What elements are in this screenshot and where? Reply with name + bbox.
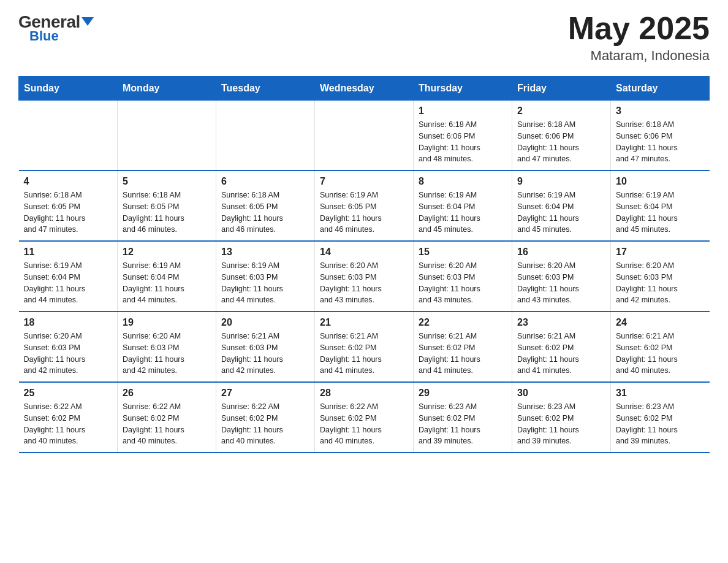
day-info: Sunrise: 6:21 AM Sunset: 6:02 PM Dayligh…	[517, 331, 605, 377]
day-number: 5	[123, 176, 211, 187]
day-info: Sunrise: 6:21 AM Sunset: 6:02 PM Dayligh…	[419, 331, 507, 377]
day-info: Sunrise: 6:20 AM Sunset: 6:03 PM Dayligh…	[517, 260, 605, 306]
day-info: Sunrise: 6:19 AM Sunset: 6:04 PM Dayligh…	[123, 260, 211, 306]
day-number: 26	[123, 388, 211, 399]
day-info: Sunrise: 6:18 AM Sunset: 6:05 PM Dayligh…	[221, 190, 309, 236]
day-info: Sunrise: 6:22 AM Sunset: 6:02 PM Dayligh…	[24, 401, 113, 447]
day-number: 27	[221, 388, 309, 399]
calendar-body: 1Sunrise: 6:18 AM Sunset: 6:06 PM Daylig…	[19, 101, 710, 453]
day-info: Sunrise: 6:22 AM Sunset: 6:02 PM Dayligh…	[221, 401, 309, 447]
day-info: Sunrise: 6:22 AM Sunset: 6:02 PM Dayligh…	[320, 401, 408, 447]
day-info: Sunrise: 6:19 AM Sunset: 6:04 PM Dayligh…	[419, 190, 507, 236]
day-info: Sunrise: 6:18 AM Sunset: 6:05 PM Dayligh…	[123, 190, 211, 236]
calendar-day-cell: 28Sunrise: 6:22 AM Sunset: 6:02 PM Dayli…	[315, 382, 414, 453]
day-number: 15	[419, 247, 507, 258]
calendar-day-cell: 3Sunrise: 6:18 AM Sunset: 6:06 PM Daylig…	[611, 101, 710, 171]
calendar-day-cell: 29Sunrise: 6:23 AM Sunset: 6:02 PM Dayli…	[414, 382, 512, 453]
calendar-day-cell: 14Sunrise: 6:20 AM Sunset: 6:03 PM Dayli…	[315, 241, 414, 312]
day-info: Sunrise: 6:18 AM Sunset: 6:06 PM Dayligh…	[517, 119, 605, 165]
day-number: 10	[616, 176, 705, 187]
calendar-day-cell: 20Sunrise: 6:21 AM Sunset: 6:03 PM Dayli…	[216, 312, 315, 382]
logo: General Blue	[18, 12, 94, 44]
day-of-week-header: Friday	[512, 77, 611, 101]
calendar-day-cell: 11Sunrise: 6:19 AM Sunset: 6:04 PM Dayli…	[19, 241, 118, 312]
day-info: Sunrise: 6:20 AM Sunset: 6:03 PM Dayligh…	[320, 260, 408, 306]
calendar-day-cell: 22Sunrise: 6:21 AM Sunset: 6:02 PM Dayli…	[414, 312, 512, 382]
calendar-day-cell: 26Sunrise: 6:22 AM Sunset: 6:02 PM Dayli…	[118, 382, 216, 453]
day-number: 18	[24, 317, 113, 328]
day-info: Sunrise: 6:23 AM Sunset: 6:02 PM Dayligh…	[419, 401, 507, 447]
day-of-week-header: Tuesday	[216, 77, 315, 101]
calendar-day-cell: 25Sunrise: 6:22 AM Sunset: 6:02 PM Dayli…	[19, 382, 118, 453]
day-info: Sunrise: 6:20 AM Sunset: 6:03 PM Dayligh…	[419, 260, 507, 306]
calendar-week-row: 25Sunrise: 6:22 AM Sunset: 6:02 PM Dayli…	[19, 382, 710, 453]
calendar-day-cell: 30Sunrise: 6:23 AM Sunset: 6:02 PM Dayli…	[512, 382, 611, 453]
calendar-day-cell: 10Sunrise: 6:19 AM Sunset: 6:04 PM Dayli…	[611, 170, 710, 241]
calendar-week-row: 1Sunrise: 6:18 AM Sunset: 6:06 PM Daylig…	[19, 101, 710, 171]
day-info: Sunrise: 6:19 AM Sunset: 6:04 PM Dayligh…	[616, 190, 705, 236]
day-info: Sunrise: 6:20 AM Sunset: 6:03 PM Dayligh…	[616, 260, 705, 306]
calendar-day-cell	[19, 101, 118, 171]
calendar-day-cell: 6Sunrise: 6:18 AM Sunset: 6:05 PM Daylig…	[216, 170, 315, 241]
day-info: Sunrise: 6:21 AM Sunset: 6:02 PM Dayligh…	[320, 331, 408, 377]
calendar-day-cell: 18Sunrise: 6:20 AM Sunset: 6:03 PM Dayli…	[19, 312, 118, 382]
day-info: Sunrise: 6:18 AM Sunset: 6:06 PM Dayligh…	[616, 119, 705, 165]
day-number: 8	[419, 176, 507, 187]
day-info: Sunrise: 6:18 AM Sunset: 6:05 PM Dayligh…	[24, 190, 113, 236]
calendar-day-cell: 7Sunrise: 6:19 AM Sunset: 6:05 PM Daylig…	[315, 170, 414, 241]
day-number: 31	[616, 388, 705, 399]
day-number: 1	[419, 105, 507, 117]
day-number: 7	[320, 176, 408, 187]
day-info: Sunrise: 6:21 AM Sunset: 6:03 PM Dayligh…	[221, 331, 309, 377]
calendar-day-cell	[315, 101, 414, 171]
day-number: 20	[221, 317, 309, 328]
day-info: Sunrise: 6:19 AM Sunset: 6:04 PM Dayligh…	[517, 190, 605, 236]
calendar-day-cell: 4Sunrise: 6:18 AM Sunset: 6:05 PM Daylig…	[19, 170, 118, 241]
day-number: 9	[517, 176, 605, 187]
day-number: 11	[24, 247, 113, 258]
day-number: 29	[419, 388, 507, 399]
day-number: 25	[24, 388, 113, 399]
calendar-day-cell	[216, 101, 315, 171]
day-info: Sunrise: 6:20 AM Sunset: 6:03 PM Dayligh…	[123, 331, 211, 377]
day-number: 3	[616, 105, 705, 117]
day-number: 21	[320, 317, 408, 328]
day-number: 28	[320, 388, 408, 399]
calendar-week-row: 4Sunrise: 6:18 AM Sunset: 6:05 PM Daylig…	[19, 170, 710, 241]
calendar-day-cell: 19Sunrise: 6:20 AM Sunset: 6:03 PM Dayli…	[118, 312, 216, 382]
day-of-week-header: Saturday	[611, 77, 710, 101]
day-of-week-header: Monday	[118, 77, 216, 101]
day-number: 24	[616, 317, 705, 328]
day-number: 23	[517, 317, 605, 328]
day-info: Sunrise: 6:23 AM Sunset: 6:02 PM Dayligh…	[616, 401, 705, 447]
day-info: Sunrise: 6:19 AM Sunset: 6:04 PM Dayligh…	[24, 260, 113, 306]
calendar-day-cell: 8Sunrise: 6:19 AM Sunset: 6:04 PM Daylig…	[414, 170, 512, 241]
calendar-day-cell: 17Sunrise: 6:20 AM Sunset: 6:03 PM Dayli…	[611, 241, 710, 312]
day-number: 19	[123, 317, 211, 328]
calendar-day-cell: 13Sunrise: 6:19 AM Sunset: 6:03 PM Dayli…	[216, 241, 315, 312]
day-info: Sunrise: 6:21 AM Sunset: 6:02 PM Dayligh…	[616, 331, 705, 377]
day-number: 22	[419, 317, 507, 328]
day-number: 4	[24, 176, 113, 187]
day-number: 6	[221, 176, 309, 187]
calendar-table: SundayMondayTuesdayWednesdayThursdayFrid…	[18, 76, 710, 453]
calendar-day-cell: 12Sunrise: 6:19 AM Sunset: 6:04 PM Dayli…	[118, 241, 216, 312]
day-of-week-header: Sunday	[19, 77, 118, 101]
day-of-week-header: Thursday	[414, 77, 512, 101]
day-number: 12	[123, 247, 211, 258]
day-number: 17	[616, 247, 705, 258]
day-info: Sunrise: 6:22 AM Sunset: 6:02 PM Dayligh…	[123, 401, 211, 447]
location-subtitle: Mataram, Indonesia	[568, 48, 710, 64]
calendar-header: SundayMondayTuesdayWednesdayThursdayFrid…	[19, 77, 710, 101]
calendar-day-cell: 16Sunrise: 6:20 AM Sunset: 6:03 PM Dayli…	[512, 241, 611, 312]
day-number: 2	[517, 105, 605, 117]
day-number: 14	[320, 247, 408, 258]
page-header: General Blue May 2025 Mataram, Indonesia	[18, 12, 710, 64]
calendar-day-cell: 27Sunrise: 6:22 AM Sunset: 6:02 PM Dayli…	[216, 382, 315, 453]
calendar-day-cell: 5Sunrise: 6:18 AM Sunset: 6:05 PM Daylig…	[118, 170, 216, 241]
day-info: Sunrise: 6:23 AM Sunset: 6:02 PM Dayligh…	[517, 401, 605, 447]
calendar-week-row: 18Sunrise: 6:20 AM Sunset: 6:03 PM Dayli…	[19, 312, 710, 382]
logo-triangle-icon	[82, 17, 94, 26]
day-number: 16	[517, 247, 605, 258]
calendar-day-cell: 31Sunrise: 6:23 AM Sunset: 6:02 PM Dayli…	[611, 382, 710, 453]
